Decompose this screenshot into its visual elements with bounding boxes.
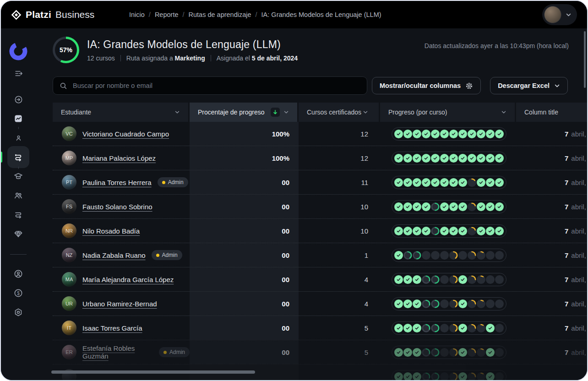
student-name-link[interactable]: Victoriano Cuadrado Campo [82, 130, 169, 138]
course-progress-circle [403, 178, 412, 187]
course-progress-circle [431, 275, 440, 284]
course-progress-circle [486, 324, 495, 332]
download-excel-button[interactable]: Descargar Excel [490, 77, 568, 94]
course-progress-circle [477, 372, 485, 381]
vertical-scrollbar-thumb[interactable] [584, 31, 586, 88]
course-progress-pill [392, 346, 506, 359]
course-progress-circle [468, 275, 476, 284]
course-progress-circle [422, 154, 430, 163]
sidebar-item-student[interactable] [8, 128, 28, 147]
breadcrumb-item[interactable]: Inicio [129, 11, 145, 18]
course-progress-circle [495, 348, 504, 357]
course-progress-pill [392, 200, 506, 213]
table-row[interactable]: ITIsaac Torres García0057abril, 2024 [53, 316, 587, 340]
course-progress-circle [422, 227, 430, 235]
student-name-link[interactable]: Fausto Solano Sobrino [82, 203, 152, 211]
sidebar: $ [1, 28, 36, 380]
table-row[interactable]: FSFausto Solano Sobrino00107abril, 2024 [53, 194, 587, 218]
course-progress-circle [431, 348, 440, 357]
course-progress-circle [431, 130, 440, 138]
sidebar-item-teams[interactable] [8, 186, 28, 205]
course-progress-circle [477, 251, 485, 260]
course-progress-circle [449, 202, 458, 211]
toggle-columns-button[interactable]: Mostrar/ocultar columnas [372, 77, 481, 94]
course-progress-pill [392, 249, 506, 262]
table-row[interactable]: VCVictoriano Cuadrado Campo100%127abril,… [53, 122, 587, 146]
column-header-estudiante[interactable]: Estudiante [53, 103, 190, 122]
course-progress-circle [394, 130, 403, 138]
course-progress-circle [468, 227, 476, 235]
student-name-link[interactable]: Estefanía Robles Guzmán [82, 344, 153, 360]
sidebar-item-settings[interactable] [8, 303, 28, 322]
search-input[interactable] [72, 82, 360, 90]
table-row[interactable]: URUrbano Ramirez-Bernad0047abril, 2024 [53, 291, 587, 316]
student-name-link[interactable]: Mariana Palacios López [82, 154, 156, 162]
breadcrumb-item: IA: Grandes Modelos de Lenguaje (LLM) [261, 11, 381, 18]
sidebar-item-graduation-cap[interactable] [8, 167, 28, 186]
course-progress-circle [458, 348, 467, 357]
progress-percent: 00 [190, 340, 299, 364]
course-progress-circle [413, 178, 421, 187]
table-row[interactable]: EREstefanía Robles GuzmánAdmin0057abril,… [53, 340, 587, 364]
course-progress-circle [440, 154, 449, 163]
sidebar-item-billing[interactable]: $ [8, 283, 28, 303]
table-row[interactable]: NZNadia Zabala RuanoAdmin0017abril, 2024 [53, 243, 587, 267]
progress-percent: 100% [190, 122, 299, 146]
search-box[interactable] [53, 76, 367, 95]
student-name-link[interactable]: Urbano Ramirez-Bernad [82, 300, 157, 308]
table-row[interactable]: MPMariana Palacios López100%127abril, 20… [53, 146, 587, 170]
course-progress-circle [495, 227, 504, 235]
assigned-to: Ruta asignada a Marketing [126, 54, 205, 62]
course-progress-circle [458, 299, 467, 308]
course-progress-pill [392, 127, 506, 141]
certified-count: 10 [299, 195, 380, 218]
student-name-link[interactable]: Isaac Torres García [82, 324, 142, 332]
course-progress-circle [495, 178, 504, 187]
breadcrumb-item[interactable]: Reporte [155, 11, 179, 18]
horizontal-scrollbar-thumb[interactable] [51, 370, 255, 374]
chevron-down-icon [501, 109, 506, 115]
course-progress-circle [458, 154, 467, 163]
course-progress-circle [458, 251, 467, 260]
student-name-link[interactable]: Nadia Zabala Ruano [82, 251, 146, 259]
path-header: 57% IA: Grandes Modelos de Lenguaje (LLM… [53, 34, 587, 66]
course-progress-circle [403, 348, 412, 357]
course-progress-circle [486, 154, 495, 163]
table-row[interactable]: NRNilo Rosado Badía00107abril, 2024 [53, 218, 587, 243]
user-menu[interactable] [542, 4, 577, 25]
column-header-certificados[interactable]: Cursos certificados [299, 103, 380, 122]
progress-percent: 00 [190, 243, 299, 267]
sidebar-item-sign-in[interactable] [8, 90, 28, 109]
column-header-progreso-curso[interactable]: Progreso (por curso) [380, 103, 516, 122]
billing-icon: $ [14, 288, 23, 298]
sidebar-item-routes[interactable] [8, 205, 28, 224]
course-progress-circle [440, 227, 449, 235]
course-count: 12 cursos [87, 54, 115, 62]
gear-icon [465, 82, 473, 90]
report-date: 7abril, 2024 [516, 122, 587, 146]
column-header-extra[interactable]: Column title [516, 103, 587, 122]
student-name-link[interactable]: Paulina Torres Herrera [82, 179, 152, 186]
course-progress-circle [422, 251, 430, 260]
student-name-link[interactable]: Nilo Rosado Badía [82, 227, 140, 235]
column-header-progreso[interactable]: Procentaje de progreso [190, 103, 299, 122]
sidebar-item-collapse-menu[interactable] [8, 64, 28, 83]
company-logo-icon[interactable] [9, 42, 27, 60]
sidebar-item-diamond[interactable] [8, 224, 28, 244]
student-name-link[interactable]: María Alejandra García López [82, 276, 174, 283]
diamond-icon [14, 229, 23, 239]
report-date: 7abril, 2024 [516, 267, 587, 291]
sidebar-item-account[interactable] [8, 264, 28, 283]
admin-badge: Admin [158, 177, 188, 187]
table-row[interactable]: PTPaulina Torres HerreraAdmin00117abril,… [53, 170, 587, 194]
path-meta: 12 cursos Ruta asignada a Marketing Asig… [87, 54, 298, 62]
course-progress-circle [449, 324, 458, 332]
sidebar-item-report-chart[interactable] [8, 109, 28, 128]
table-row[interactable]: MAMaría Alejandra García López0047abril,… [53, 267, 587, 291]
course-progress-circle [394, 275, 403, 284]
course-progress-circle [440, 178, 449, 187]
course-progress-circle [449, 178, 458, 187]
report-date [516, 365, 587, 380]
breadcrumb-item[interactable]: Rutas de aprendizaje [189, 11, 251, 18]
sidebar-item-learning-path[interactable] [7, 146, 29, 168]
